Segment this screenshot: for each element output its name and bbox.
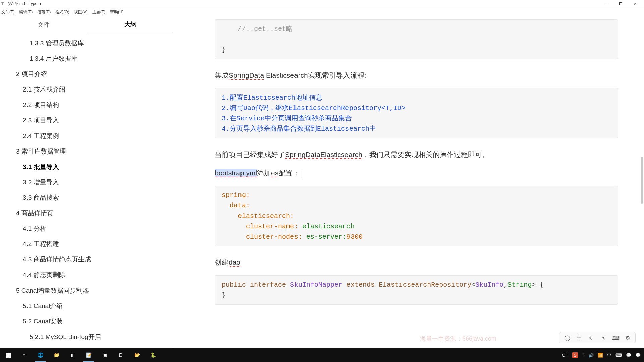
outline-item[interactable]: 4.2 工程搭建 bbox=[0, 236, 174, 252]
code-block-java-dao: public interface SkuInfoMapper extends E… bbox=[215, 275, 618, 305]
outline-list: 1.3.3 管理员数据库1.3.4 用户数据库2 项目介绍2.1 技术栈介绍2.… bbox=[0, 34, 174, 348]
window-close-button[interactable]: ✕ bbox=[632, 2, 639, 6]
outline-item[interactable]: 4.1 分析 bbox=[0, 221, 174, 236]
taskbar-app-python[interactable]: 🐍 bbox=[145, 348, 161, 362]
outline-item[interactable]: 5.1 Canal介绍 bbox=[0, 298, 174, 314]
code-block-steps: 1.配置Elasticsearch地址信息 2.编写Dao代码，继承Elasti… bbox=[215, 88, 618, 138]
menu-theme[interactable]: 主题(T) bbox=[92, 9, 105, 15]
code-line: //..get..set略 bbox=[222, 25, 293, 33]
outline-item[interactable]: 4 商品详情页 bbox=[0, 205, 174, 221]
tray-language-icon[interactable]: 中 bbox=[607, 352, 611, 358]
sync-icon[interactable]: ◯ bbox=[564, 334, 571, 341]
ime-cn-icon[interactable]: 中 bbox=[576, 334, 583, 341]
tray-ime-label[interactable]: CH bbox=[562, 353, 569, 358]
menu-help[interactable]: 帮助(H) bbox=[110, 9, 124, 15]
menu-view[interactable]: 视图(V) bbox=[74, 9, 88, 15]
outline-item[interactable]: 3.3 商品搜索 bbox=[0, 190, 174, 205]
gear-icon[interactable]: ⚙ bbox=[624, 334, 631, 341]
scrollbar-thumb[interactable] bbox=[641, 157, 643, 204]
windows-taskbar: ○ 🌐 📁 ◧ 📝 ▣ 🗒 📂 🐍 CH S ˄ 🔊 📶 中 ⌨ 💬 💬 bbox=[0, 348, 644, 362]
tray-volume-icon[interactable]: 🔊 bbox=[588, 353, 594, 358]
outline-item[interactable]: 2.4 工程案例 bbox=[0, 128, 174, 144]
window-minimize-button[interactable] bbox=[602, 2, 609, 6]
menu-bar: 文件(F) 编辑(E) 段落(P) 格式(O) 视图(V) 主题(T) 帮助(H… bbox=[0, 8, 644, 16]
outline-item[interactable]: 5.2.1 MySQL Bin-log开启 bbox=[0, 329, 174, 345]
taskbar-app-terminal[interactable]: ▣ bbox=[97, 348, 113, 362]
paragraph: bootstrap.yml添加es配置： bbox=[215, 167, 618, 179]
tray-keyboard-icon[interactable]: ⌨ bbox=[615, 353, 622, 358]
window-title: 第1章.md - Typora bbox=[8, 1, 41, 7]
menu-edit[interactable]: 编辑(E) bbox=[19, 9, 33, 15]
selected-text: bootstrap.yml bbox=[215, 169, 257, 177]
paragraph: 集成SpringData Elasticsearch实现索引导入流程: bbox=[215, 69, 618, 81]
code-line: } bbox=[222, 46, 226, 54]
settings-icon[interactable]: ∿ bbox=[600, 334, 607, 341]
taskbar-app-typora[interactable]: 📝 bbox=[80, 348, 97, 362]
menu-format[interactable]: 格式(O) bbox=[55, 9, 69, 15]
paragraph: 当前项目已经集成好了SpringDataElasticsearch，我们只需要实… bbox=[215, 148, 618, 161]
tray-notifications-icon[interactable]: 💬 bbox=[635, 353, 641, 358]
keyboard-icon[interactable]: ⌨ bbox=[612, 334, 619, 341]
outline-item[interactable]: 2 项目介绍 bbox=[0, 66, 174, 82]
outline-item[interactable]: 5.2.2 Canal安装 bbox=[0, 345, 174, 348]
outline-item[interactable]: 3.2 增量导入 bbox=[0, 175, 174, 190]
outline-item[interactable]: 2.3 项目导入 bbox=[0, 113, 174, 128]
code-block-yaml: spring: data: elasticsearch: cluster-nam… bbox=[215, 186, 618, 246]
taskbar-app-notes[interactable]: 🗒 bbox=[113, 348, 129, 362]
outline-item[interactable]: 3 索引库数据管理 bbox=[0, 144, 174, 159]
sidebar-tabs: 文件 大纲 bbox=[0, 16, 174, 34]
cortana-icon[interactable]: ○ bbox=[16, 348, 32, 362]
tray-wechat-icon[interactable]: 💬 bbox=[626, 353, 631, 358]
tray-chevron-up-icon[interactable]: ˄ bbox=[582, 353, 584, 358]
sidebar: 文件 大纲 1.3.3 管理员数据库1.3.4 用户数据库2 项目介绍2.1 技… bbox=[0, 16, 174, 348]
outline-item[interactable]: 4.4 静态页删除 bbox=[0, 267, 174, 283]
outline-item[interactable]: 1.3.4 用户数据库 bbox=[0, 51, 174, 66]
outline-item[interactable]: 2.2 项目结构 bbox=[0, 97, 174, 113]
tray-sogou-icon[interactable]: S bbox=[572, 352, 578, 358]
code-block-java-top: //..get..set略 } bbox=[215, 19, 618, 59]
outline-item[interactable]: 5 Canal增量数据同步利器 bbox=[0, 283, 174, 298]
taskbar-app-folder[interactable]: 📂 bbox=[129, 348, 145, 362]
editor-right-toolbar: ◯ 中 ☾ ∿ ⌨ ⚙ bbox=[559, 332, 636, 343]
moon-icon[interactable]: ☾ bbox=[588, 334, 595, 341]
outline-item[interactable]: 5.2 Canal安装 bbox=[0, 314, 174, 329]
menu-paragraph[interactable]: 段落(P) bbox=[37, 9, 51, 15]
tray-wifi-icon[interactable]: 📶 bbox=[598, 353, 603, 358]
tab-outline[interactable]: 大纲 bbox=[87, 16, 174, 33]
taskbar-app-explorer[interactable]: 📁 bbox=[48, 348, 64, 362]
tab-files[interactable]: 文件 bbox=[0, 17, 87, 33]
menu-file[interactable]: 文件(F) bbox=[1, 9, 14, 15]
outline-item[interactable]: 4.3 商品详情静态页生成 bbox=[0, 252, 174, 267]
text-cursor bbox=[303, 170, 303, 177]
outline-item[interactable]: 3.1 批量导入 bbox=[0, 159, 174, 175]
window-titlebar: T 第1章.md - Typora ✕ bbox=[0, 0, 644, 8]
paragraph: 创建dao bbox=[215, 256, 618, 268]
spellcheck-word: SpringData bbox=[229, 71, 264, 80]
spellcheck-word: SpringDataElasticsearch bbox=[285, 150, 362, 159]
outline-item[interactable]: 1.3.3 管理员数据库 bbox=[0, 36, 174, 51]
window-maximize-button[interactable] bbox=[617, 2, 624, 6]
editor-area[interactable]: //..get..set略 } 集成SpringData Elasticsear… bbox=[174, 16, 644, 348]
outline-item[interactable]: 2.1 技术栈介绍 bbox=[0, 82, 174, 97]
app-icon: T bbox=[1, 2, 6, 6]
start-button[interactable] bbox=[0, 348, 16, 362]
taskbar-app-idea[interactable]: ◧ bbox=[64, 348, 80, 362]
taskbar-app-chrome[interactable]: 🌐 bbox=[32, 348, 48, 362]
